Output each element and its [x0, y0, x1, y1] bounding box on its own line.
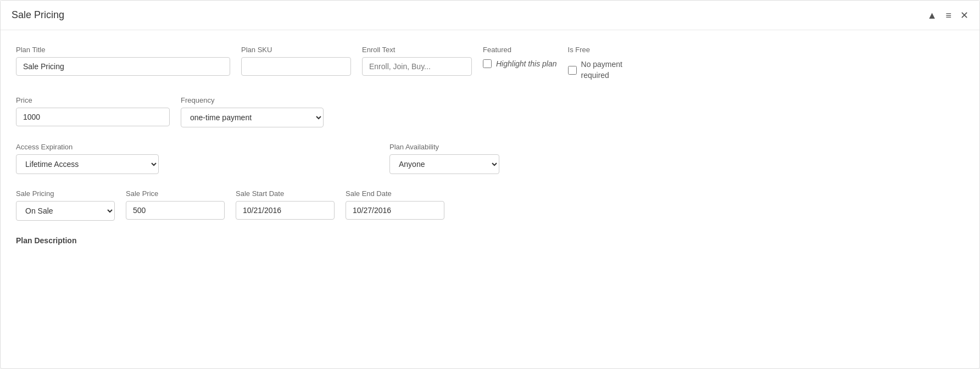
frequency-select[interactable]: one-time payment monthly yearly — [181, 108, 324, 127]
sale-end-date-label: Sale End Date — [346, 189, 444, 198]
access-expiration-label: Access Expiration — [16, 143, 159, 151]
plan-availability-group: Plan Availability Anyone Members Only Ne… — [389, 143, 499, 174]
enroll-text-input[interactable] — [362, 57, 472, 76]
plan-sku-input[interactable] — [241, 57, 351, 76]
row-5: Plan Description — [16, 236, 964, 254]
price-input[interactable] — [16, 108, 170, 126]
plan-title-input[interactable] — [16, 57, 230, 76]
frequency-label: Frequency — [181, 96, 324, 104]
window-title: Sale Pricing — [12, 9, 64, 21]
enroll-text-label: Enroll Text — [362, 46, 472, 54]
sale-start-date-input[interactable] — [236, 201, 335, 220]
sale-price-input[interactable] — [126, 201, 225, 220]
plan-sku-group: Plan SKU — [241, 46, 351, 76]
access-expiration-group: Access Expiration Lifetime Access Fixed … — [16, 143, 159, 174]
featured-label: Featured — [483, 46, 557, 54]
featured-group: Featured Highlight this plan — [483, 46, 557, 68]
main-window: Sale Pricing ▲ ≡ ✕ Plan Title Plan SKU E… — [0, 0, 980, 369]
sale-price-group: Sale Price — [126, 189, 225, 220]
row-2: Price Frequency one-time payment monthly… — [16, 96, 964, 127]
access-expiration-select[interactable]: Lifetime Access Fixed Date After Enrollm… — [16, 154, 159, 174]
sale-end-date-group: Sale End Date — [346, 189, 444, 220]
collapse-icon[interactable]: ▲ — [927, 10, 937, 20]
featured-checkbox-row: Highlight this plan — [483, 59, 557, 68]
price-group: Price — [16, 96, 170, 126]
row-4: Sale Pricing On Sale Not On Sale Sale Pr… — [16, 189, 964, 221]
sale-pricing-label: Sale Pricing — [16, 189, 115, 198]
sale-pricing-select[interactable]: On Sale Not On Sale — [16, 201, 115, 221]
is-free-checkbox-row: No payment required — [568, 59, 647, 81]
sale-end-date-input[interactable] — [346, 201, 444, 220]
is-free-group: Is Free No payment required — [568, 46, 647, 81]
plan-title-group: Plan Title — [16, 46, 230, 76]
plan-availability-select[interactable]: Anyone Members Only New Users Only — [389, 154, 499, 174]
plan-description-label: Plan Description — [16, 236, 76, 245]
row-3: Access Expiration Lifetime Access Fixed … — [16, 143, 964, 174]
row-1: Plan Title Plan SKU Enroll Text Featured… — [16, 46, 964, 81]
sale-start-date-group: Sale Start Date — [236, 189, 335, 220]
is-free-checkbox[interactable] — [568, 66, 577, 75]
close-icon[interactable]: ✕ — [960, 10, 968, 20]
is-free-label: Is Free — [568, 46, 647, 54]
sale-start-date-label: Sale Start Date — [236, 189, 335, 198]
titlebar: Sale Pricing ▲ ≡ ✕ — [1, 1, 979, 30]
plan-title-label: Plan Title — [16, 46, 230, 54]
plan-description-group: Plan Description — [16, 236, 76, 254]
featured-checkbox[interactable] — [483, 59, 492, 68]
featured-checkbox-label: Highlight this plan — [496, 59, 557, 68]
enroll-text-group: Enroll Text — [362, 46, 472, 76]
sale-price-label: Sale Price — [126, 189, 225, 198]
menu-icon[interactable]: ≡ — [945, 10, 951, 20]
is-free-checkbox-label: No payment required — [581, 59, 647, 81]
frequency-group: Frequency one-time payment monthly yearl… — [181, 96, 324, 127]
sale-pricing-group: Sale Pricing On Sale Not On Sale — [16, 189, 115, 221]
form-content: Plan Title Plan SKU Enroll Text Featured… — [1, 30, 979, 284]
plan-availability-label: Plan Availability — [389, 143, 499, 151]
price-label: Price — [16, 96, 170, 104]
plan-sku-label: Plan SKU — [241, 46, 351, 54]
titlebar-actions: ▲ ≡ ✕ — [927, 10, 968, 20]
